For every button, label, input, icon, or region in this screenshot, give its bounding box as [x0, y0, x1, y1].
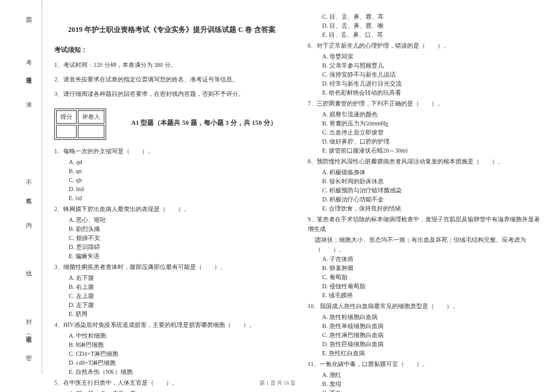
- option: D. 积极治疗心功能不全: [322, 195, 543, 204]
- question-1: 1、每晚一次的外文缩写是（ ）。: [54, 147, 290, 156]
- option: E. 急性红白血病: [322, 349, 543, 358]
- option: A. 观察引流液的颜色: [322, 110, 543, 119]
- option: E. 合理饮食，保持良好的情绪: [322, 204, 543, 213]
- option: B. 卵巢肿瘤: [322, 264, 543, 273]
- option: B. 胃囊的压力为50mmHg: [322, 119, 543, 128]
- question-7: 7、三腔两囊管的护理，下列不正确的是（ ）。: [308, 99, 543, 109]
- option: A. 中性粒细胞: [69, 331, 290, 340]
- page-content: 2019 年护士职业资格考试《专业实务》提升训练试题 C 卷 含答案 考试须知：…: [54, 12, 543, 374]
- option: E. tid: [69, 194, 290, 203]
- option: C. qh: [69, 175, 290, 185]
- option: B. 较长时间的卧床休息: [322, 177, 543, 186]
- option: B. 急性单核细胞白血病: [322, 321, 543, 330]
- question-11: 11、一氧化碳中毒，口唇黏膜可呈（ ）。: [308, 359, 543, 369]
- option: A. 子宫体癌: [322, 254, 543, 264]
- option: B. 父亲常参与照顾婴儿: [322, 61, 543, 70]
- option: C. 左上腹: [69, 291, 290, 300]
- option: E. 脐周: [69, 309, 290, 318]
- option: C. 积极预防与治疗链球菌感染: [322, 186, 543, 195]
- option: C. CD4+T淋巴细胞: [69, 349, 290, 358]
- option: B. B淋巴细胞: [69, 340, 290, 349]
- option: D. 急性巨核细胞白血病: [322, 340, 543, 349]
- option: A. 潮红: [322, 370, 543, 379]
- question-6: 6、对于正常新生儿的心理护理，错误的是（ ）。: [308, 41, 543, 51]
- option: E. 偏瘫失语: [69, 251, 290, 261]
- option: C. 保持安静不与新生儿说话: [322, 70, 543, 79]
- question-4: 4、HIV感染后对免疫系统造成损害，主要的机理是损害哪类细胞（ ）。: [54, 320, 290, 330]
- option: D. 侵蚀性葡萄胎: [322, 282, 543, 291]
- option: E. 自然杀伤（NK）细胞: [69, 367, 290, 376]
- option: D. 经常与新生儿进行目光交流: [322, 79, 543, 88]
- option: B. 剧烈头痛: [69, 224, 290, 233]
- question-9-cont: 团块状；细胞大小、形态均不一致；有出血及坏死；但绒毛结构完整。应考虑为（ ）。: [315, 235, 543, 254]
- section-a1-title: A1 型题（本题共 50 题，每小题 3 分，共 150 分）: [118, 118, 290, 128]
- option: A. 急性粒细胞白血病: [322, 312, 543, 321]
- notice-item: 3、请仔细阅读各种题目的回答要求，在密封线内答题，否则不予评分。: [54, 89, 290, 99]
- option: D. 意识障碍: [69, 242, 290, 251]
- option: D. cd8+T淋巴细胞: [69, 358, 290, 367]
- option: B. 右上腹: [69, 282, 290, 291]
- score-cell-score: 得分: [56, 110, 77, 124]
- exam-title: 2019 年护士职业资格考试《专业实务》提升训练试题 C 卷 含答案: [54, 24, 290, 36]
- option: D. 左下腹: [69, 300, 290, 309]
- score-cell-grader: 评卷人: [78, 110, 104, 124]
- option: E. 绒毛膜癌: [322, 291, 543, 300]
- notice-item: 2、请首先按要求在试卷的指定位置填写您的姓名、准考证号等信息。: [54, 75, 290, 84]
- right-column: C. 目、舌、鼻、唇、耳 D. 目、舌、鼻、唇、喉 E. 目、舌、鼻、口、耳 6…: [308, 12, 543, 374]
- option: C. 目、舌、鼻、唇、耳: [322, 12, 543, 21]
- option: A. 右下腹: [69, 273, 290, 282]
- question-10: 10、我国成人急性白血病最常见的细胞类型是（ ）。: [308, 302, 543, 311]
- option: E. 拔管前口服液状石蜡20～30ml: [322, 146, 543, 155]
- left-column: 2019 年护士职业资格考试《专业实务》提升训练试题 C 卷 含答案 考试须知：…: [54, 12, 290, 374]
- option: C. 苍白: [322, 388, 543, 392]
- option: A. 筋、脉、肉、皮毛、骨: [69, 389, 290, 392]
- page-footer: 第 1 页 共 16 页: [0, 379, 555, 387]
- option: E. 给色彩鲜艳会转动的玩具看: [322, 88, 543, 97]
- notice-heading: 考试须知：: [54, 45, 290, 55]
- option: D. 做好鼻腔、口腔的护理: [322, 137, 543, 146]
- question-3: 3、细菌性痢疾患者查体时，腹部压痛部位最有可能是（ ）。: [54, 262, 290, 272]
- option: D. 目、舌、鼻、唇、喉: [322, 21, 543, 30]
- option: B. qn: [69, 166, 290, 175]
- option: A. 恶心、呕吐: [69, 215, 290, 224]
- binding-margin: 圆 考 准考证号 准 不 姓名 内 线 封 省（市区） 密: [18, 0, 42, 374]
- notice-item: 1、考试时间：120 分钟，本卷满分为 380 分。: [54, 60, 290, 70]
- option: C. 烦躁不安: [69, 233, 290, 242]
- question-8: 8、预防慢性风湿性心脏瓣膜病患者风湿活动复发的根本措施是（ ）。: [308, 157, 543, 166]
- option: E. 目、舌、鼻、口、耳: [322, 30, 543, 39]
- option: C. 出血停止后立即拔管: [322, 128, 543, 137]
- question-2: 2、蛛网膜下腔出血病人最突出的表现是（ ）。: [54, 204, 290, 214]
- option: C. 急性淋巴细胞白血病: [322, 330, 543, 340]
- score-table: 得分 评卷人: [54, 109, 106, 140]
- score-row: 得分 评卷人 A1 型题（本题共 50 题，每小题 3 分，共 150 分）: [54, 104, 290, 145]
- question-9: 9、某患者在手术切除的标本做病理检查中，发现子宫肌层及输卵管中有滋养细胞并显著增…: [308, 215, 543, 234]
- option: A. qd: [69, 157, 290, 166]
- option: A. 母婴同室: [322, 52, 543, 61]
- option: C. 葡萄胎: [322, 273, 543, 282]
- option: D. bid: [69, 185, 290, 194]
- option: A. 积极锻炼身体: [322, 168, 543, 177]
